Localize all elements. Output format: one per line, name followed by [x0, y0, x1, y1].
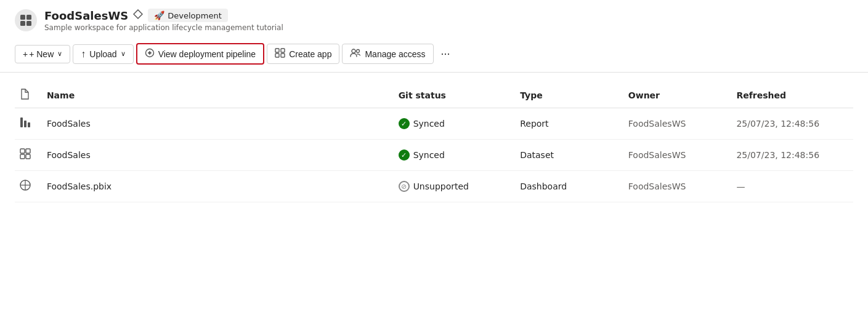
upload-icon: ↑: [81, 49, 86, 60]
more-options-button[interactable]: ···: [436, 44, 455, 64]
workspace-name: FoodSalesWS: [44, 9, 128, 22]
svg-rect-3: [26, 21, 31, 26]
synced-icon: ✓: [399, 149, 410, 161]
svg-rect-2: [20, 21, 25, 26]
svg-rect-0: [20, 15, 25, 20]
table-row[interactable]: FoodSales✓SyncedReportFoodSalesWS25/07/2…: [15, 108, 853, 140]
plus-icon: +: [23, 49, 28, 59]
git-status-label: Unsupported: [413, 181, 469, 191]
row-name[interactable]: FoodSales: [42, 140, 394, 171]
row-owner: FoodSalesWS: [623, 108, 732, 140]
row-name[interactable]: FoodSales: [42, 108, 394, 140]
svg-rect-18: [26, 154, 30, 159]
row-icon: [15, 171, 42, 202]
row-refreshed: 25/07/23, 12:48:56: [731, 108, 853, 140]
create-app-icon: [275, 48, 285, 60]
svg-rect-17: [20, 154, 25, 159]
table-row[interactable]: FoodSales.pbix⊘UnsupportedDashboardFoodS…: [15, 171, 853, 202]
file-icon: [20, 92, 30, 101]
pipeline-icon: [145, 48, 155, 60]
new-chevron-icon: ∨: [57, 50, 62, 58]
workspace-info: FoodSalesWS 🚀 Development Sample workspa…: [44, 9, 283, 32]
col-type: Type: [515, 82, 623, 108]
svg-rect-15: [20, 149, 25, 153]
synced-icon: ✓: [399, 118, 410, 129]
items-table-container: Name Git status Type Owner Refreshed Foo…: [0, 73, 868, 212]
row-owner: FoodSalesWS: [623, 140, 732, 171]
manage-access-button[interactable]: Manage access: [342, 44, 433, 64]
toolbar: + + New ∨ ↑ Upload ∨ View deployment pip…: [0, 38, 868, 72]
col-name: Name: [42, 82, 394, 108]
row-icon: [15, 140, 42, 171]
rocket-icon: 🚀: [154, 10, 164, 20]
svg-rect-8: [275, 54, 279, 57]
workspace-subtitle: Sample workspace for application lifecyc…: [44, 23, 283, 32]
row-refreshed: 25/07/23, 12:48:56: [731, 140, 853, 171]
svg-rect-12: [20, 117, 23, 127]
svg-rect-14: [28, 122, 30, 127]
svg-point-5: [148, 52, 151, 54]
manage-access-icon: [350, 48, 361, 60]
create-app-button[interactable]: Create app: [267, 44, 339, 64]
row-name[interactable]: FoodSales.pbix: [42, 171, 394, 202]
row-type: Dataset: [515, 140, 623, 171]
col-refreshed: Refreshed: [731, 82, 853, 108]
upload-button[interactable]: ↑ Upload ∨: [73, 44, 133, 64]
svg-rect-9: [281, 54, 285, 57]
git-status-label: Synced: [413, 119, 445, 129]
svg-rect-7: [281, 49, 285, 52]
more-icon: ···: [441, 47, 450, 60]
svg-rect-16: [26, 149, 30, 153]
table-header-row: Name Git status Type Owner Refreshed: [15, 82, 853, 108]
row-refreshed: —: [731, 171, 853, 202]
unsupported-icon: ⊘: [399, 181, 410, 192]
col-owner: Owner: [623, 82, 732, 108]
svg-point-10: [352, 49, 355, 53]
workspace-header: FoodSalesWS 🚀 Development Sample workspa…: [0, 0, 868, 38]
row-git-status: ⊘Unsupported: [394, 171, 516, 202]
svg-rect-13: [24, 121, 26, 127]
svg-rect-1: [26, 15, 31, 20]
row-git-status: ✓Synced: [394, 108, 516, 140]
svg-rect-6: [275, 49, 279, 52]
svg-point-11: [357, 50, 360, 53]
col-icon: [15, 82, 42, 108]
workspace-avatar: [15, 9, 37, 31]
row-icon: [15, 108, 42, 140]
items-table: Name Git status Type Owner Refreshed Foo…: [15, 82, 853, 202]
dev-badge: 🚀 Development: [148, 9, 228, 22]
row-type: Dashboard: [515, 171, 623, 202]
view-deployment-pipeline-button[interactable]: View deployment pipeline: [136, 43, 265, 65]
git-status-label: Synced: [413, 150, 445, 160]
row-owner: FoodSalesWS: [623, 171, 732, 202]
row-type: Report: [515, 108, 623, 140]
new-button[interactable]: + + New ∨: [15, 45, 70, 63]
col-git-status: Git status: [394, 82, 516, 108]
row-git-status: ✓Synced: [394, 140, 516, 171]
upload-chevron-icon: ∨: [121, 50, 126, 58]
diamond-icon: [133, 9, 143, 22]
table-row[interactable]: FoodSales✓SyncedDatasetFoodSalesWS25/07/…: [15, 140, 853, 171]
